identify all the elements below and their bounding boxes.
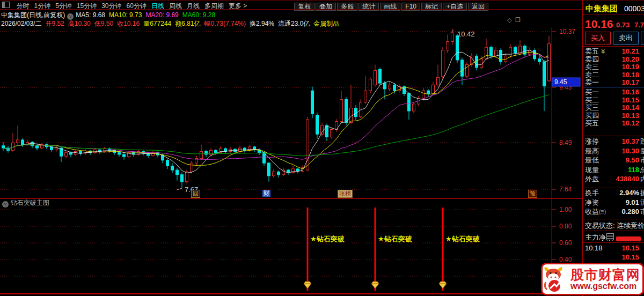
site-url: www.gscfw.com [570,282,640,291]
candle-body [437,77,440,85]
candle-body [485,47,488,59]
bid-ask-divider [583,87,644,87]
candle-body [273,172,275,176]
buy-button[interactable]: 买入 [585,32,611,45]
signal-label: ★钻石突破 [445,235,480,243]
row-value: 10.19 [621,63,639,71]
candle-body [393,85,396,91]
trade-status: 交易状态: 连续竞价 [585,221,644,231]
sub-axis-label: 0.40 [559,256,572,263]
collapse-subchart-icon[interactable]: ˅ [2,201,9,208]
candle-body [186,172,188,181]
row-label: 买三 [585,104,599,112]
sell-level-卖一[interactable]: 卖一10.17 [583,79,644,86]
row-label: 换手 [585,189,599,197]
panel-divider [583,14,644,14]
candle-body [263,153,266,163]
row-col2-label: 量 [640,147,644,155]
sub-axis-label: 1.00 [559,206,572,213]
event-badge-回[interactable]: 回 [191,190,200,198]
row-label: 收益㈢ [585,208,606,216]
buy-level-买四[interactable]: 买四10.13 [583,112,644,120]
row-label: 买五 [585,120,599,127]
candle-body [331,130,333,137]
panel-divider [583,231,644,231]
row-value: 438840 [616,175,639,183]
candle-body [123,154,126,157]
stat-最低: 最低9.50市 [583,157,644,164]
diamond-icon [371,282,379,288]
candle-body [311,91,314,114]
candle-body [432,85,435,93]
candle-body [427,91,430,93]
candle-body [509,47,512,56]
row-label: 涨停 [585,138,599,145]
sell-level-卖二[interactable]: 卖二10.18 [583,71,644,79]
row-value: 10.14 [621,104,639,112]
event-badge-预[interactable]: 预 [528,190,537,198]
candle-body [490,47,493,56]
tick-price: 10.15 [621,245,639,252]
tick-row: 10:1810.15 [583,245,644,252]
candle-body [548,44,551,81]
sell-level-卖三[interactable]: 卖三10.19 [583,63,644,71]
row-value: 2.94% [619,189,639,197]
candle-body [118,153,121,154]
row-label: 现量 [585,166,599,174]
panel-divider [583,136,644,136]
candle-body [2,146,5,148]
sub-axis-label: 0.60 [559,239,572,247]
extra-button-clipped[interactable] [641,32,644,45]
candle-body [94,150,97,152]
candle-body [495,50,497,56]
bull-logo-icon [543,266,568,293]
list-icon[interactable] [606,233,614,240]
row-value: 10.20 [621,56,639,63]
candle-body [316,115,319,135]
stat-最高: 最高10.30量 [583,147,644,155]
tick-row: 10.15 [583,254,644,261]
row-col2-label: 内 [640,175,644,183]
buy-level-买五[interactable]: 买五10.12 [583,120,644,127]
row-label: 最低 [585,157,599,164]
row-label: 买二 [585,97,599,104]
yen-tag-icon: ¥ [601,48,605,55]
event-badge-张榜[interactable]: 张榜 [338,190,353,198]
candle-body [17,140,19,143]
candle-body [456,36,459,60]
row-col2-label: 市 [640,208,644,216]
candle-body [519,46,522,53]
row-value: 10.15 [621,97,639,104]
row-label: 外盘 [585,175,599,183]
sell-level-卖五[interactable]: 卖五10.21¥ [583,48,644,55]
candle-body [538,59,541,62]
candle-body [181,175,184,182]
candle-body [384,83,386,89]
row-col2-label: 总 [640,166,644,174]
candle-body [422,91,425,98]
sell-button[interactable]: 卖出 [613,32,639,45]
buy-level-买二[interactable]: 买二10.15 [583,97,644,104]
candle-body [200,152,203,159]
candle-body [277,172,280,174]
stat-涨停: 涨停10.37跌 [583,138,644,145]
panel-divider [583,219,644,219]
row-label: 卖四 [585,56,599,63]
row-label: 卖五 [585,48,599,55]
candle-body [364,91,367,102]
candle-body [65,153,68,156]
buy-level-买一[interactable]: 买一10.16 [583,88,644,96]
candle-body [345,99,348,122]
panel-divider [583,188,644,188]
buy-level-买三[interactable]: 买三10.14 [583,104,644,112]
candle-body [514,47,517,53]
event-badge-财[interactable]: 财 [262,190,270,197]
row-value: 10.18 [621,71,639,79]
candle-body [21,140,24,145]
row-value: 10.13 [621,112,639,120]
row-label: 最高 [585,147,599,155]
diamond-icon [304,282,311,288]
candle-body [408,94,411,111]
candle-body [166,160,169,166]
sell-level-卖四[interactable]: 卖四10.20 [583,56,644,63]
